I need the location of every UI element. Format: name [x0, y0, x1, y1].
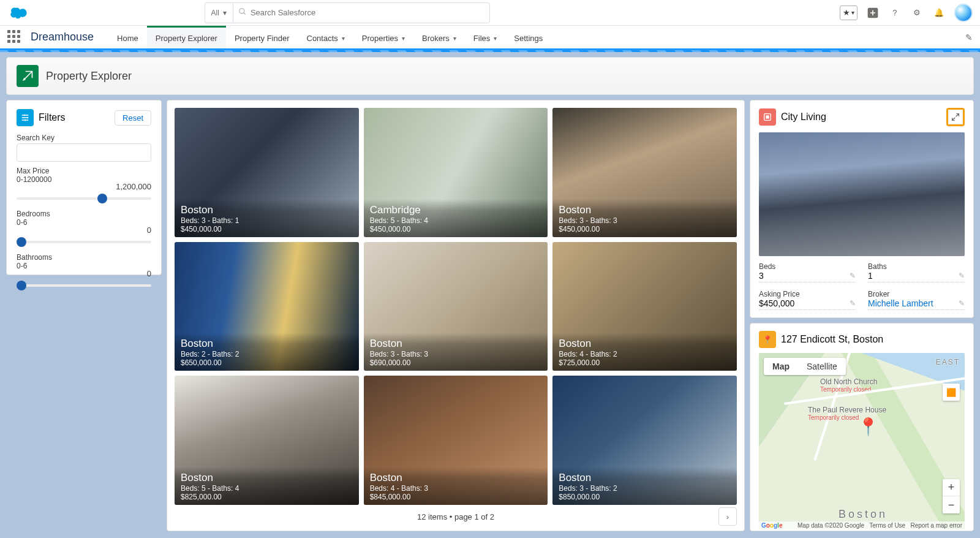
- add-icon[interactable]: [866, 6, 880, 20]
- favorites-dropdown[interactable]: ★▾: [840, 6, 858, 20]
- page-title: Property Explorer: [46, 70, 132, 83]
- property-price: $845,000.00: [370, 493, 542, 501]
- property-grid: BostonBeds: 3 - Baths: 1$450,000.00Cambr…: [175, 108, 737, 505]
- bathrooms-label: Bathrooms: [17, 253, 151, 262]
- property-price: $725,000.00: [559, 358, 731, 367]
- nav-item-properties[interactable]: Properties▾: [353, 26, 413, 48]
- pager: 12 items • page 1 of 2 ›: [175, 505, 737, 523]
- map-type-toggle: Map Satellite: [764, 358, 846, 375]
- help-icon[interactable]: ?: [888, 6, 902, 20]
- global-header: All ▾ ★▾ ? ⚙ 🔔: [0, 0, 980, 26]
- nav-item-files[interactable]: Files▾: [465, 26, 505, 48]
- map-marker-icon: 📍: [858, 417, 879, 437]
- svg-rect-8: [766, 115, 769, 118]
- property-meta: Beds: 4 - Baths: 3: [370, 484, 542, 493]
- filters-title: Filters: [39, 112, 110, 123]
- max-price-label: Max Price: [17, 167, 151, 175]
- beds-label: Beds: [759, 262, 856, 271]
- streetview-pegman-icon[interactable]: 🟧: [943, 384, 960, 401]
- report-link[interactable]: Report a map error: [911, 522, 962, 529]
- property-meta: Beds: 3 - Baths: 3: [370, 350, 542, 358]
- location-pin-icon: 📍: [759, 331, 776, 348]
- pager-text: 12 items • page 1 of 2: [417, 512, 494, 521]
- baths-value: 1✎: [868, 271, 965, 282]
- property-card[interactable]: BostonBeds: 5 - Baths: 4$825,000.00: [175, 376, 359, 505]
- property-city: Boston: [370, 472, 542, 484]
- property-meta: Beds: 4 - Baths: 2: [559, 350, 731, 358]
- svg-point-3: [23, 78, 25, 80]
- edit-pencil-icon[interactable]: ✎: [850, 299, 856, 308]
- bathrooms-value: 0: [17, 269, 151, 278]
- map-attribution: Google Map data ©2020 Google Terms of Us…: [759, 521, 965, 529]
- property-city: Cambridge: [370, 204, 542, 216]
- map-tab-map[interactable]: Map: [764, 358, 798, 375]
- nav-item-brokers[interactable]: Brokers▾: [413, 26, 465, 48]
- edit-pencil-icon[interactable]: ✎: [959, 271, 965, 280]
- property-card[interactable]: BostonBeds: 3 - Baths: 3$450,000.00: [552, 108, 737, 237]
- user-avatar[interactable]: [954, 4, 973, 22]
- zoom-out-button[interactable]: −: [943, 496, 960, 513]
- bedrooms-slider-thumb[interactable]: [17, 237, 26, 247]
- nav-item-contacts[interactable]: Contacts▾: [298, 26, 353, 48]
- property-meta: Beds: 2 - Baths: 2: [181, 350, 353, 358]
- setup-gear-icon[interactable]: ⚙: [910, 6, 924, 20]
- bathrooms-slider-track[interactable]: [17, 284, 151, 287]
- svg-line-1: [244, 13, 246, 15]
- map-canvas[interactable]: Map Satellite EAST Old North ChurchTempo…: [759, 353, 965, 529]
- expand-button[interactable]: [946, 108, 965, 126]
- app-nav-bar: Dreamhouse HomeProperty ExplorerProperty…: [0, 26, 980, 50]
- property-card[interactable]: CambridgeBeds: 5 - Baths: 4$450,000.00: [364, 108, 548, 237]
- zoom-in-button[interactable]: +: [943, 479, 960, 496]
- search-scope-dropdown[interactable]: All ▾: [205, 2, 233, 23]
- pager-next-button[interactable]: ›: [718, 507, 737, 526]
- tos-link[interactable]: Terms of Use: [869, 522, 905, 529]
- property-card[interactable]: BostonBeds: 3 - Baths: 3$690,000.00: [364, 242, 548, 371]
- nav-item-settings[interactable]: Settings: [505, 26, 551, 48]
- map-title: 127 Endicott St, Boston: [781, 334, 883, 345]
- map-panel: 📍 127 Endicott St, Boston Map Satellite …: [750, 323, 974, 531]
- edit-nav-pencil-icon[interactable]: ✎: [965, 32, 973, 42]
- divider-pattern: [0, 50, 980, 52]
- search-input[interactable]: [251, 8, 484, 17]
- edit-pencil-icon[interactable]: ✎: [850, 271, 856, 280]
- property-meta: Beds: 3 - Baths: 1: [181, 216, 353, 225]
- beds-value: 3✎: [759, 271, 856, 282]
- global-search: All ▾: [205, 2, 490, 23]
- property-card[interactable]: BostonBeds: 2 - Baths: 2$650,000.00: [175, 242, 359, 371]
- max-price-slider-thumb[interactable]: [97, 194, 107, 203]
- map-tab-satellite[interactable]: Satellite: [798, 358, 846, 375]
- property-card[interactable]: BostonBeds: 3 - Baths: 2$850,000.00: [552, 376, 737, 505]
- property-city: Boston: [181, 204, 353, 216]
- property-card[interactable]: BostonBeds: 4 - Baths: 3$845,000.00: [364, 376, 548, 505]
- broker-value[interactable]: Michelle Lambert✎: [868, 298, 965, 310]
- max-price-slider-track[interactable]: [17, 197, 151, 200]
- nav-item-property-explorer[interactable]: Property Explorer: [147, 26, 226, 48]
- map-label-church: Old North ChurchTemporarily closed: [820, 377, 877, 393]
- star-icon: ★: [843, 8, 850, 17]
- filters-panel: Filters Reset Search Key Max Price 0-120…: [6, 100, 162, 275]
- nav-item-property-finder[interactable]: Property Finder: [226, 26, 298, 48]
- search-icon: [238, 7, 247, 18]
- search-key-label: Search Key: [17, 134, 151, 142]
- property-city: Boston: [181, 472, 353, 484]
- bedrooms-slider-track[interactable]: [17, 241, 151, 243]
- property-explorer-icon: [17, 65, 39, 87]
- chevron-down-icon: ▾: [851, 9, 854, 16]
- svg-point-5: [27, 117, 29, 119]
- property-meta: Beds: 5 - Baths: 4: [370, 216, 542, 225]
- reset-button[interactable]: Reset: [115, 110, 151, 126]
- property-price: $825,000.00: [181, 493, 353, 501]
- search-key-input[interactable]: [17, 143, 151, 162]
- property-meta: Beds: 5 - Baths: 4: [181, 484, 353, 493]
- edit-pencil-icon[interactable]: ✎: [959, 299, 965, 308]
- property-card[interactable]: BostonBeds: 4 - Baths: 2$725,000.00: [552, 242, 737, 371]
- property-price: $650,000.00: [181, 358, 353, 367]
- nav-item-home[interactable]: Home: [108, 26, 147, 48]
- notifications-bell-icon[interactable]: 🔔: [932, 6, 946, 20]
- property-card[interactable]: BostonBeds: 3 - Baths: 1$450,000.00: [175, 108, 359, 237]
- svg-point-6: [24, 119, 26, 121]
- search-scope-label: All: [211, 9, 219, 17]
- bathrooms-slider-thumb[interactable]: [17, 281, 26, 290]
- salesforce-logo: [7, 4, 29, 21]
- app-launcher-icon[interactable]: [7, 30, 22, 45]
